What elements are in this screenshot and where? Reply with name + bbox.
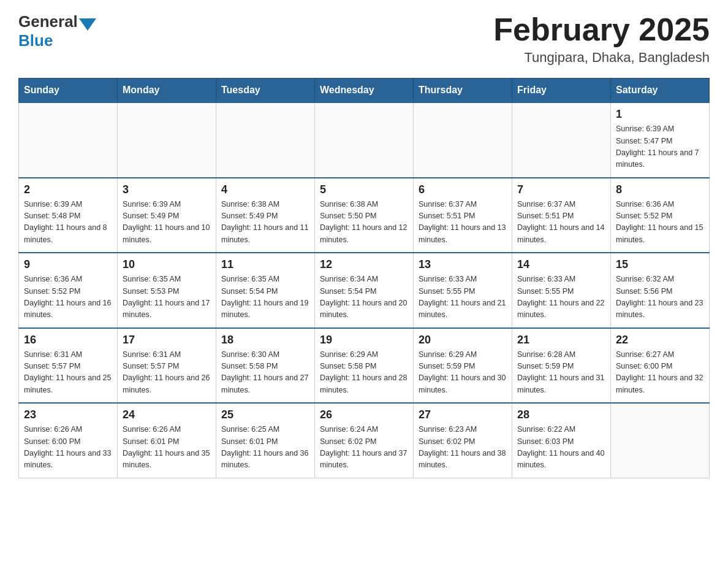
day-number: 11 [221,258,309,271]
day-number: 15 [616,258,704,271]
calendar-cell: 23Sunrise: 6:26 AMSunset: 6:00 PMDayligh… [19,403,118,478]
calendar-cell: 2Sunrise: 6:39 AMSunset: 5:48 PMDaylight… [19,178,118,253]
day-info: Sunrise: 6:31 AMSunset: 5:57 PMDaylight:… [24,349,112,397]
day-number: 10 [123,258,211,271]
day-info: Sunrise: 6:35 AMSunset: 5:53 PMDaylight:… [123,274,211,321]
calendar-cell [611,403,710,478]
day-number: 4 [221,183,309,196]
day-info: Sunrise: 6:35 AMSunset: 5:54 PMDaylight:… [221,274,309,321]
calendar-cell: 15Sunrise: 6:32 AMSunset: 5:56 PMDayligh… [611,253,710,328]
title-section: February 2025 Tungipara, Dhaka, Banglade… [493,12,710,66]
day-number: 14 [517,258,605,271]
calendar-cell: 10Sunrise: 6:35 AMSunset: 5:53 PMDayligh… [118,253,216,328]
calendar-cell: 7Sunrise: 6:37 AMSunset: 5:51 PMDaylight… [512,178,611,253]
calendar-cell: 17Sunrise: 6:31 AMSunset: 5:57 PMDayligh… [118,328,216,404]
day-info: Sunrise: 6:39 AMSunset: 5:48 PMDaylight:… [24,199,112,247]
calendar-cell: 19Sunrise: 6:29 AMSunset: 5:58 PMDayligh… [315,328,414,404]
day-number: 13 [419,258,507,271]
day-number: 9 [24,258,112,271]
logo-blue-text: Blue [18,31,53,50]
day-number: 24 [123,408,211,421]
day-info: Sunrise: 6:31 AMSunset: 5:57 PMDaylight:… [123,349,211,397]
day-info: Sunrise: 6:39 AMSunset: 5:49 PMDaylight:… [123,199,211,247]
calendar-cell: 8Sunrise: 6:36 AMSunset: 5:52 PMDaylight… [611,178,710,253]
calendar-title: February 2025 [493,12,710,47]
calendar-cell: 18Sunrise: 6:30 AMSunset: 5:58 PMDayligh… [216,328,315,404]
week-row-2: 2Sunrise: 6:39 AMSunset: 5:48 PMDaylight… [19,178,710,253]
calendar-cell [414,102,512,178]
day-number: 6 [419,183,507,196]
day-number: 28 [517,408,605,421]
logo-triangle-icon [79,18,96,31]
day-number: 26 [320,408,408,421]
day-number: 21 [517,334,605,347]
day-info: Sunrise: 6:29 AMSunset: 5:58 PMDaylight:… [320,349,408,397]
weekday-header-friday: Friday [512,79,611,103]
day-info: Sunrise: 6:23 AMSunset: 6:02 PMDaylight:… [419,424,507,472]
calendar-cell: 13Sunrise: 6:33 AMSunset: 5:55 PMDayligh… [414,253,512,328]
logo: General Blue [18,12,97,50]
day-number: 23 [24,408,112,421]
week-row-3: 9Sunrise: 6:36 AMSunset: 5:52 PMDaylight… [19,253,710,328]
day-number: 16 [24,334,112,347]
weekday-header-saturday: Saturday [611,79,710,103]
calendar-cell: 20Sunrise: 6:29 AMSunset: 5:59 PMDayligh… [414,328,512,404]
day-number: 19 [320,334,408,347]
day-info: Sunrise: 6:33 AMSunset: 5:55 PMDaylight:… [517,274,605,321]
day-info: Sunrise: 6:34 AMSunset: 5:54 PMDaylight:… [320,274,408,321]
day-number: 2 [24,183,112,196]
day-info: Sunrise: 6:27 AMSunset: 6:00 PMDaylight:… [616,349,704,397]
calendar-cell: 24Sunrise: 6:26 AMSunset: 6:01 PMDayligh… [118,403,216,478]
day-number: 8 [616,183,704,196]
page-header: General Blue February 2025 Tungipara, Dh… [18,12,710,66]
day-number: 12 [320,258,408,271]
day-number: 18 [221,334,309,347]
calendar-cell: 16Sunrise: 6:31 AMSunset: 5:57 PMDayligh… [19,328,118,404]
weekday-header-sunday: Sunday [19,79,118,103]
calendar-cell: 9Sunrise: 6:36 AMSunset: 5:52 PMDaylight… [19,253,118,328]
day-info: Sunrise: 6:37 AMSunset: 5:51 PMDaylight:… [419,199,507,247]
calendar-cell: 3Sunrise: 6:39 AMSunset: 5:49 PMDaylight… [118,178,216,253]
day-number: 7 [517,183,605,196]
day-number: 3 [123,183,211,196]
calendar-cell: 1Sunrise: 6:39 AMSunset: 5:47 PMDaylight… [611,102,710,178]
calendar-cell [19,102,118,178]
day-info: Sunrise: 6:33 AMSunset: 5:55 PMDaylight:… [419,274,507,321]
calendar-cell: 28Sunrise: 6:22 AMSunset: 6:03 PMDayligh… [512,403,611,478]
calendar-cell: 6Sunrise: 6:37 AMSunset: 5:51 PMDaylight… [414,178,512,253]
week-row-5: 23Sunrise: 6:26 AMSunset: 6:00 PMDayligh… [19,403,710,478]
day-info: Sunrise: 6:24 AMSunset: 6:02 PMDaylight:… [320,424,408,472]
calendar-cell: 22Sunrise: 6:27 AMSunset: 6:00 PMDayligh… [611,328,710,404]
day-info: Sunrise: 6:36 AMSunset: 5:52 PMDaylight:… [24,274,112,321]
day-info: Sunrise: 6:32 AMSunset: 5:56 PMDaylight:… [616,274,704,321]
day-info: Sunrise: 6:38 AMSunset: 5:49 PMDaylight:… [221,199,309,247]
weekday-header-tuesday: Tuesday [216,79,315,103]
calendar-cell: 14Sunrise: 6:33 AMSunset: 5:55 PMDayligh… [512,253,611,328]
weekday-header-thursday: Thursday [414,79,512,103]
day-info: Sunrise: 6:30 AMSunset: 5:58 PMDaylight:… [221,349,309,397]
day-number: 25 [221,408,309,421]
day-info: Sunrise: 6:22 AMSunset: 6:03 PMDaylight:… [517,424,605,472]
calendar-cell [216,102,315,178]
week-row-4: 16Sunrise: 6:31 AMSunset: 5:57 PMDayligh… [19,328,710,404]
day-info: Sunrise: 6:26 AMSunset: 6:01 PMDaylight:… [123,424,211,472]
calendar-cell: 11Sunrise: 6:35 AMSunset: 5:54 PMDayligh… [216,253,315,328]
calendar-cell: 12Sunrise: 6:34 AMSunset: 5:54 PMDayligh… [315,253,414,328]
location-text: Tungipara, Dhaka, Bangladesh [493,50,710,66]
weekday-header-row: SundayMondayTuesdayWednesdayThursdayFrid… [19,79,710,103]
day-number: 17 [123,334,211,347]
calendar-cell: 5Sunrise: 6:38 AMSunset: 5:50 PMDaylight… [315,178,414,253]
weekday-header-wednesday: Wednesday [315,79,414,103]
calendar-table: SundayMondayTuesdayWednesdayThursdayFrid… [18,78,710,478]
day-number: 5 [320,183,408,196]
day-info: Sunrise: 6:28 AMSunset: 5:59 PMDaylight:… [517,349,605,397]
logo-general-text: General [18,12,78,31]
day-number: 27 [419,408,507,421]
calendar-cell: 27Sunrise: 6:23 AMSunset: 6:02 PMDayligh… [414,403,512,478]
day-number: 1 [616,108,704,121]
weekday-header-monday: Monday [118,79,216,103]
calendar-cell: 25Sunrise: 6:25 AMSunset: 6:01 PMDayligh… [216,403,315,478]
calendar-cell [315,102,414,178]
calendar-cell [118,102,216,178]
day-info: Sunrise: 6:38 AMSunset: 5:50 PMDaylight:… [320,199,408,247]
